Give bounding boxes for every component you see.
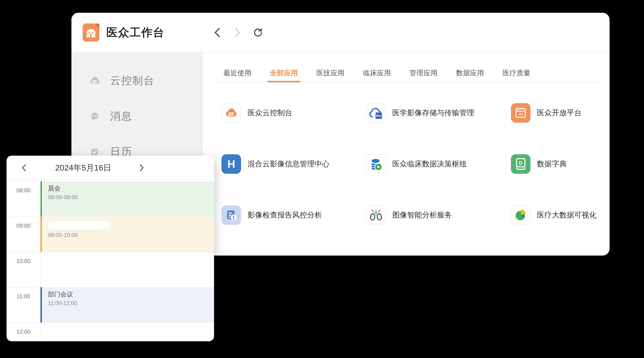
app-label: 影像检查报告风控分析 — [248, 210, 322, 220]
time-label: 09:00 — [6, 222, 40, 229]
sidebar-item-label: 消息 — [110, 109, 132, 123]
calendar-header: 2024年5月16日 — [6, 156, 214, 180]
database-plus-icon — [367, 155, 385, 173]
calendar-event-morning-meeting[interactable]: 晨会 08:00-09:00 — [40, 181, 214, 216]
app-label: 数据字典 — [537, 159, 567, 169]
orange-code-window-icon: </> — [511, 103, 530, 123]
hour-gridline — [6, 323, 214, 323]
report-alert-icon — [222, 205, 241, 225]
tab-data[interactable]: 数据应用 — [456, 65, 484, 80]
tab-divider — [214, 82, 601, 83]
app-title: 医众工作台 — [106, 25, 164, 40]
refresh-icon — [253, 27, 263, 38]
app-data-dictionary[interactable]: D 数据字典 — [511, 154, 610, 174]
app-cloud-console[interactable]: 医众云控制台 — [222, 103, 366, 123]
app-image-ai-analysis[interactable]: 图像智能分析服务 — [366, 205, 511, 225]
calendar-body: 08:00 09:00 10:00 11:00 12:00 晨会 08:00-0… — [6, 180, 214, 341]
time-label: 12:00 — [6, 329, 40, 335]
sidebar-item-messages[interactable]: 消息 — [72, 98, 202, 134]
app-label: 医众开放平台 — [537, 108, 582, 118]
orange-cloud-sliders-icon — [222, 104, 240, 122]
tab-clinical[interactable]: 临床应用 — [363, 65, 391, 80]
tab-quality[interactable]: 医疗质量 — [502, 65, 530, 80]
message-bubble-icon — [88, 110, 101, 123]
tab-medtech[interactable]: 医技应用 — [316, 65, 344, 80]
lungs-analysis-icon — [367, 206, 385, 224]
blue-h-tile-icon: H — [222, 154, 241, 174]
app-label: 医众临床数据决策枢纽 — [392, 159, 467, 169]
calendar-prev-day-button[interactable] — [20, 163, 28, 172]
tab-recent[interactable]: 最近使用 — [223, 65, 251, 80]
cloud-settings-icon — [88, 74, 101, 87]
mos-glyph: Mos — [376, 114, 381, 117]
nav-group — [212, 27, 263, 38]
calendar-event-department-meeting[interactable]: 部门会议 11:00-12:00 — [40, 287, 214, 323]
app-label: 图像智能分析服务 — [392, 210, 452, 220]
chevron-left-icon — [214, 27, 220, 38]
calendar-panel: 2024年5月16日 08:00 09:00 10:00 11:00 12:00 — [6, 156, 214, 341]
event-time: 11:00-12:00 — [48, 300, 214, 307]
pie-chart-icon — [512, 206, 530, 224]
app-label: 医学影像存储与传输管理 — [392, 108, 474, 118]
app-grid: 医众云控制台 Mos 医学影像存储与传输管理 — [203, 80, 610, 256]
tab-bar: 最近使用 全部应用 医技应用 临床应用 管理应用 数据应用 医疗质量 — [203, 65, 610, 80]
sidebar-item-cloud-console[interactable]: 云控制台 — [72, 63, 202, 98]
back-button[interactable] — [212, 27, 222, 38]
apps-content: 最近使用 全部应用 医技应用 临床应用 管理应用 数据应用 医疗质量 — [203, 52, 610, 255]
window-header: 医众工作台 — [72, 13, 610, 52]
chevron-right-icon — [234, 27, 241, 38]
desktop-background: 医众工作台 — [0, 0, 644, 358]
app-label: 混合云影像信息管理中心 — [248, 159, 330, 169]
refresh-button[interactable] — [253, 27, 263, 38]
time-label: 11:00 — [6, 293, 40, 300]
forward-button[interactable] — [232, 27, 243, 38]
green-dictionary-book-icon: D — [511, 154, 530, 174]
half-hour-gridline — [41, 269, 214, 270]
sidebar-item-label: 云控制台 — [110, 74, 155, 88]
event-title-redacted — [48, 221, 111, 229]
chevron-left-icon — [22, 164, 26, 172]
blue-cloud-storage-icon: Mos — [367, 104, 385, 122]
app-open-platform[interactable]: </> 医众开放平台 — [511, 103, 610, 123]
event-title: 晨会 — [48, 184, 214, 192]
app-hybrid-cloud-center[interactable]: H 混合云影像信息管理中心 — [222, 154, 366, 174]
app-image-storage[interactable]: Mos 医学影像存储与传输管理 — [366, 103, 511, 123]
h-glyph: H — [227, 158, 235, 170]
hour-gridline — [6, 252, 214, 252]
calendar-event-redacted[interactable]: 09:00-10:00 — [40, 216, 214, 252]
app-clinical-data-hub[interactable]: 医众临床数据决策枢纽 — [366, 154, 511, 174]
event-time: 09:00-10:00 — [48, 232, 214, 239]
tab-all-apps[interactable]: 全部应用 — [270, 65, 298, 80]
app-report-risk-analysis[interactable]: 影像检查报告风控分析 — [222, 205, 366, 225]
app-label: 医众云控制台 — [248, 108, 292, 118]
code-glyph: </> — [518, 112, 523, 116]
event-title: 部门会议 — [48, 290, 214, 298]
app-logo-icon — [82, 23, 99, 42]
d-glyph: D — [519, 160, 522, 166]
time-label: 10:00 — [6, 258, 40, 264]
tab-management[interactable]: 管理应用 — [410, 65, 438, 80]
chevron-right-icon — [139, 164, 144, 172]
app-label: 医疗大数据可视化 — [537, 210, 596, 220]
time-label: 08:00 — [6, 187, 40, 194]
app-bigdata-visualization[interactable]: 医疗大数据可视化 — [511, 205, 610, 225]
calendar-next-day-button[interactable] — [138, 163, 145, 172]
calendar-date: 2024年5月16日 — [37, 156, 130, 180]
event-time: 08:00-09:00 — [48, 194, 214, 201]
